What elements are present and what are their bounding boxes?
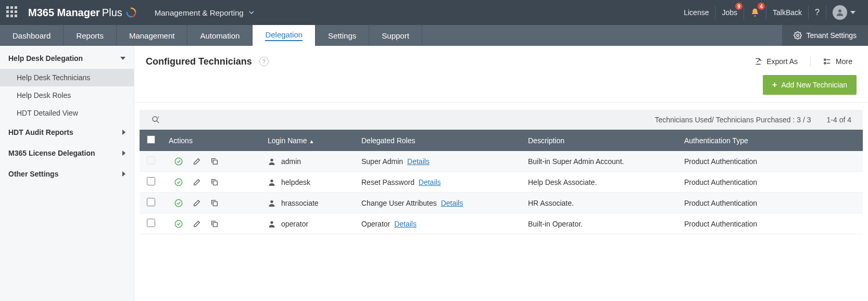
login-name: hrassociate [281,199,319,207]
svg-rect-20 [213,222,217,227]
nav-tab-dashboard[interactable]: Dashboard [0,25,64,46]
separator [810,56,811,67]
tenant-settings-label: Tenant Settings [806,31,857,40]
copy-icon[interactable] [210,220,219,228]
col-checkbox [140,130,162,151]
search-icon[interactable] [151,115,160,124]
select-all-checkbox[interactable] [147,135,155,144]
auth-cell: Product Authentication [678,214,863,234]
plus-icon: + [772,80,777,90]
sidebar-item[interactable]: HDT Detailed View [0,104,134,122]
svg-rect-17 [213,202,217,206]
sidebar-group-other[interactable]: Other Settings [0,164,134,184]
navbar: DashboardReportsManagementAutomationDele… [0,25,868,46]
table-row: operatorOperator DetailsBuilt-in Operato… [140,214,863,234]
app-launcher-icon[interactable] [6,6,19,19]
chevron-right-icon [122,150,125,156]
svg-point-10 [175,158,182,165]
add-label: Add New Technician [781,81,847,89]
license-link[interactable]: License [677,6,715,19]
svg-point-16 [175,199,182,207]
role-text: Operator [361,220,392,228]
page-header: Configured Technicians ? Export As More [134,46,868,75]
nav-tab-label: Settings [328,31,356,40]
brand-logo-icon [125,7,137,18]
copy-icon[interactable] [210,199,219,207]
row-checkbox [147,156,155,165]
svg-rect-14 [213,181,217,185]
alerts-button[interactable]: 4 [744,6,766,19]
nav-tab-delegation[interactable]: Delegation [253,25,316,46]
edit-icon[interactable] [193,157,201,166]
enable-icon[interactable] [174,178,183,187]
nav-tab-label: Support [382,31,409,40]
nav-tab-label: Automation [200,31,240,40]
layout: Help Desk Delegation Help Desk Technicia… [0,46,868,301]
nav-tab-settings[interactable]: Settings [316,25,369,46]
technicians-table: Actions Login Name▲ Delegated Roles Desc… [140,130,863,234]
login-name: operator [281,220,308,228]
table-row: helpdeskReset Password DetailsHelp Desk … [140,172,863,193]
sidebar-group-audit[interactable]: HDT Audit Reports [0,122,134,143]
enable-icon[interactable] [174,219,183,229]
sort-asc-icon: ▲ [309,139,315,144]
more-button[interactable]: More [819,55,857,68]
enable-icon[interactable] [174,198,183,208]
add-row: + Add New Technician [134,75,868,103]
sidebar-group-label: M365 License Delegation [8,149,95,157]
auth-cell: Product Authentication [678,172,863,193]
edit-icon[interactable] [193,178,201,186]
row-checkbox[interactable] [147,177,155,185]
nav-tab-label: Management [129,31,175,40]
nav-tab-support[interactable]: Support [369,25,422,46]
table-row: adminSuper Admin DetailsBuilt-in Super A… [140,151,863,172]
tenant-settings-button[interactable]: Tenant Settings [782,25,868,46]
jobs-link[interactable]: Jobs 9 [715,6,744,19]
sidebar-group-license[interactable]: M365 License Delegation [0,143,134,164]
top-module-dropdown[interactable]: Management & Reporting [155,8,254,17]
details-link[interactable]: Details [419,178,441,186]
col-login[interactable]: Login Name▲ [261,130,355,151]
description-cell: Help Desk Associate. [522,172,678,193]
page-title: Configured Technicians [146,56,252,67]
enable-icon[interactable] [174,157,183,166]
svg-point-0 [838,9,841,12]
svg-point-19 [175,220,182,228]
brand: M365 Manager Plus [28,7,137,19]
export-label: Export As [766,57,798,66]
export-icon [754,57,762,66]
row-checkbox[interactable] [147,198,155,206]
brand-mid: Manager [57,7,100,19]
pagination-range: 1-4 of 4 [827,116,851,124]
nav-tab-label: Delegation [265,30,303,41]
nav-tab-management[interactable]: Management [117,25,188,46]
nav-tab-reports[interactable]: Reports [64,25,117,46]
user-icon [268,220,276,228]
nav-tab-automation[interactable]: Automation [187,25,253,46]
edit-icon[interactable] [193,220,201,228]
details-link[interactable]: Details [441,199,463,207]
help-button[interactable]: ? [808,6,826,19]
sidebar-item[interactable]: Help Desk Technicians [0,69,134,86]
sidebar-group-label: Help Desk Delegation [8,54,83,62]
nav-tab-label: Reports [76,31,104,40]
details-link[interactable]: Details [407,157,430,166]
chevron-down-icon [120,57,125,60]
user-menu[interactable] [826,6,862,19]
edit-icon[interactable] [193,199,201,207]
talkback-link[interactable]: TalkBack [766,6,808,19]
help-icon[interactable]: ? [259,57,269,66]
svg-rect-11 [213,160,217,164]
copy-icon[interactable] [210,157,219,166]
row-checkbox[interactable] [147,219,155,227]
add-technician-button[interactable]: + Add New Technician [763,75,857,95]
jobs-label: Jobs [722,8,737,17]
license-label: License [684,8,709,17]
chevron-down-icon [850,11,856,14]
brand-prefix: M365 [28,7,54,19]
sidebar-item[interactable]: Help Desk Roles [0,86,134,104]
details-link[interactable]: Details [394,220,417,228]
copy-icon[interactable] [210,178,219,186]
sidebar-group-helpdesk[interactable]: Help Desk Delegation [0,48,134,69]
export-button[interactable]: Export As [750,55,802,68]
